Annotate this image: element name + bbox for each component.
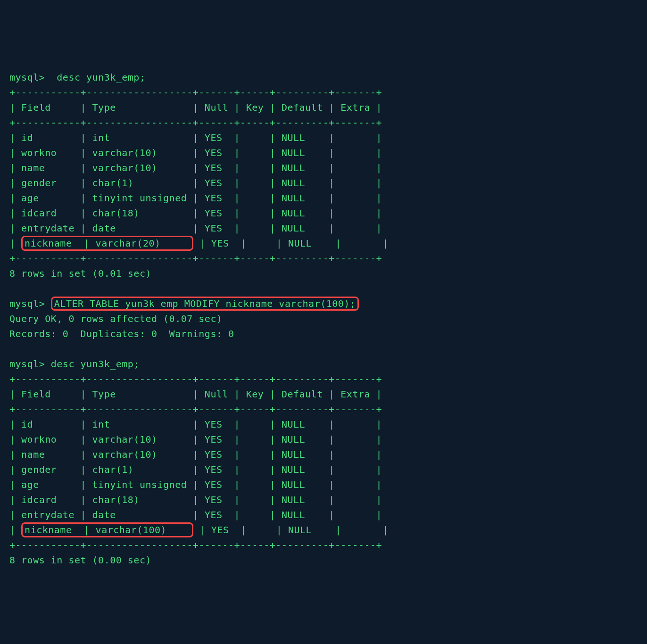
table2-header: | Field | Type | Null | Key | Default | … bbox=[9, 388, 382, 400]
table2-footer: 8 rows in set (0.00 sec) bbox=[9, 554, 151, 566]
table2-row-entrydate: | entrydate | date | YES | | NULL | | bbox=[9, 509, 382, 520]
table1-row-entrydate: | entrydate | date | YES | | NULL | | bbox=[9, 223, 382, 234]
highlight-nickname-v20: nickname | varchar(20) bbox=[21, 236, 193, 251]
table2-row-nickname-pre: | bbox=[9, 524, 21, 536]
alter-result-line2: Records: 0 Duplicates: 0 Warnings: 0 bbox=[9, 328, 234, 339]
table1-row-idcard: | idcard | char(18) | YES | | NULL | | bbox=[9, 207, 382, 219]
table1-footer: 8 rows in set (0.01 sec) bbox=[9, 268, 151, 279]
table2-row-workno: | workno | varchar(10) | YES | | NULL | … bbox=[9, 434, 382, 445]
table1-row-age: | age | tinyint unsigned | YES | | NULL … bbox=[9, 192, 382, 204]
table2-border-bot: +-----------+------------------+------+-… bbox=[9, 539, 382, 551]
prompt-line-3: mysql> desc yun3k_emp; bbox=[9, 358, 140, 370]
table2-border-top: +-----------+------------------+------+-… bbox=[9, 373, 382, 385]
highlight-nickname-v100: nickname | varchar(100) bbox=[21, 522, 193, 537]
prompt-line-2: mysql> bbox=[9, 298, 51, 309]
table2-row-nickname-post: | YES | | NULL | | bbox=[193, 524, 389, 536]
table1-border-mid: +-----------+------------------+------+-… bbox=[9, 117, 382, 128]
table1-row-name: | name | varchar(10) | YES | | NULL | | bbox=[9, 162, 382, 173]
highlight-alter-command: ALTER TABLE yun3k_emp MODIFY nickname va… bbox=[51, 297, 359, 311]
table1-row-id: | id | int | YES | | NULL | | bbox=[9, 132, 382, 143]
table1-row-workno: | workno | varchar(10) | YES | | NULL | … bbox=[9, 147, 382, 158]
table2-row-name: | name | varchar(10) | YES | | NULL | | bbox=[9, 449, 382, 460]
table2-row-age: | age | tinyint unsigned | YES | | NULL … bbox=[9, 479, 382, 490]
table1-header: | Field | Type | Null | Key | Default | … bbox=[9, 102, 382, 113]
table1-row-nickname-post: | YES | | NULL | | bbox=[193, 238, 389, 249]
prompt-line-1: mysql> desc yun3k_emp; bbox=[9, 72, 145, 83]
table2-row-id: | id | int | YES | | NULL | | bbox=[9, 419, 382, 430]
table1-border-top: +-----------+------------------+------+-… bbox=[9, 87, 382, 98]
table2-row-gender: | gender | char(1) | YES | | NULL | | bbox=[9, 464, 382, 475]
table2-row-idcard: | idcard | char(18) | YES | | NULL | | bbox=[9, 494, 382, 505]
alter-result-line1: Query OK, 0 rows affected (0.07 sec) bbox=[9, 313, 222, 324]
terminal-output: mysql> desc yun3k_emp; +-----------+----… bbox=[9, 70, 638, 568]
table2-border-mid: +-----------+------------------+------+-… bbox=[9, 404, 382, 415]
table1-border-bot: +-----------+------------------+------+-… bbox=[9, 253, 382, 264]
table1-row-gender: | gender | char(1) | YES | | NULL | | bbox=[9, 177, 382, 189]
table1-row-nickname-pre: | bbox=[9, 238, 21, 249]
